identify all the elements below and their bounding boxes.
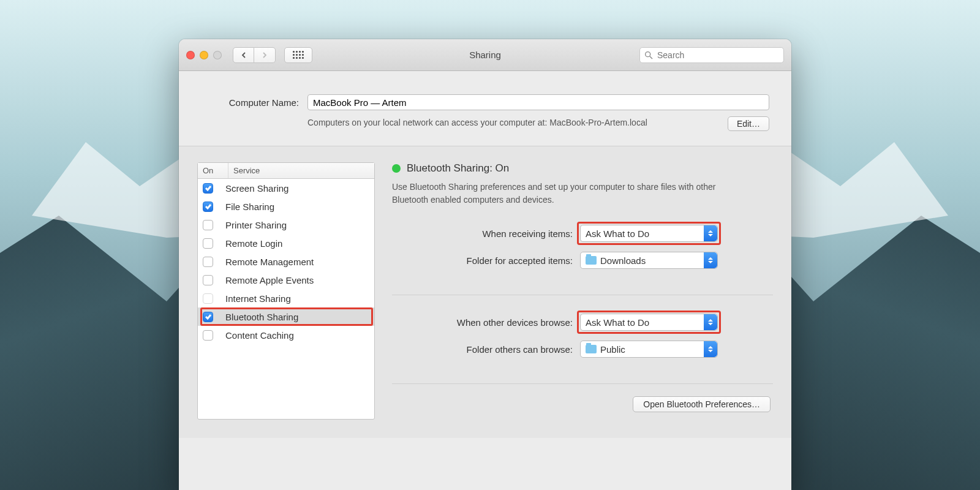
service-label: Screen Sharing xyxy=(225,183,288,194)
nav-back-forward xyxy=(233,47,276,63)
service-row[interactable]: Remote Management xyxy=(198,252,374,271)
computer-name-label: Computer Name: xyxy=(201,97,299,108)
service-label: File Sharing xyxy=(225,202,274,212)
sharing-preferences-window: Sharing Computer Name: Computers on your… xyxy=(179,39,791,490)
service-label: Remote Management xyxy=(225,257,314,267)
service-checkbox[interactable] xyxy=(203,220,213,230)
service-label: Remote Login xyxy=(225,238,282,249)
browse-folder-label: Folder others can browse: xyxy=(392,344,573,355)
service-list-header: On Service xyxy=(198,163,374,179)
traffic-lights xyxy=(186,51,222,59)
svg-point-0 xyxy=(646,51,650,56)
svg-line-1 xyxy=(650,56,652,59)
browse-folder-popup[interactable]: Public xyxy=(580,341,718,358)
browse-folder-value: Public xyxy=(600,344,625,355)
receiving-action-value: Ask What to Do xyxy=(586,228,649,239)
accepted-folder-label: Folder for accepted items: xyxy=(392,255,573,266)
grid-icon xyxy=(293,51,304,59)
search-field-wrap xyxy=(639,47,784,63)
popup-arrows-icon xyxy=(704,252,717,268)
open-bluetooth-preferences-button[interactable]: Open Bluetooth Preferences… xyxy=(633,396,771,412)
service-row[interactable]: Screen Sharing xyxy=(198,179,374,197)
service-row[interactable]: Content Caching xyxy=(198,326,374,344)
accepted-folder-popup[interactable]: Downloads xyxy=(580,252,718,269)
service-checkbox[interactable] xyxy=(203,330,213,341)
service-label: Internet Sharing xyxy=(225,293,291,304)
computer-name-description: Computers on your local network can acce… xyxy=(307,116,719,131)
status-title: Bluetooth Sharing: On xyxy=(407,162,509,175)
edit-hostname-button[interactable]: Edit… xyxy=(728,116,769,131)
minimize-window-button[interactable] xyxy=(200,51,208,59)
receiving-action-popup[interactable]: Ask What to Do xyxy=(580,225,718,242)
service-label: Printer Sharing xyxy=(225,220,287,230)
service-row[interactable]: Bluetooth Sharing xyxy=(198,307,374,326)
service-label: Bluetooth Sharing xyxy=(225,312,298,322)
service-checkbox[interactable] xyxy=(203,202,213,212)
service-detail-pane: Bluetooth Sharing: On Use Bluetooth Shar… xyxy=(392,162,773,420)
service-list: On Service Screen SharingFile SharingPri… xyxy=(197,162,375,420)
popup-arrows-icon xyxy=(704,225,717,241)
popup-arrows-icon xyxy=(704,341,717,357)
zoom-window-button[interactable] xyxy=(213,51,222,59)
service-list-rows: Screen SharingFile SharingPrinter Sharin… xyxy=(198,179,374,419)
search-input[interactable] xyxy=(639,47,784,63)
service-checkbox[interactable] xyxy=(203,183,213,194)
service-label: Remote Apple Events xyxy=(225,275,314,285)
forward-button[interactable] xyxy=(254,47,276,63)
service-checkbox[interactable] xyxy=(203,257,213,267)
back-button[interactable] xyxy=(233,47,254,63)
popup-arrows-icon xyxy=(704,314,717,330)
browse-action-popup[interactable]: Ask What to Do xyxy=(580,314,718,331)
folder-icon xyxy=(586,345,597,353)
receiving-group: When receiving items: Ask What to Do Fol… xyxy=(392,225,773,295)
show-all-prefs-button[interactable] xyxy=(284,47,312,63)
service-label: Content Caching xyxy=(225,330,294,341)
search-icon xyxy=(644,50,654,60)
service-checkbox xyxy=(203,293,213,304)
status-indicator-on-icon xyxy=(392,164,401,173)
computer-name-input[interactable] xyxy=(307,94,769,110)
service-description: Use Bluetooth Sharing preferences and se… xyxy=(392,181,747,206)
accepted-folder-value: Downloads xyxy=(600,255,646,266)
service-row[interactable]: Internet Sharing xyxy=(198,289,374,307)
service-row[interactable]: Remote Login xyxy=(198,234,374,252)
window-titlebar: Sharing xyxy=(179,39,791,71)
folder-icon xyxy=(586,256,597,265)
receiving-label: When receiving items: xyxy=(392,228,573,239)
service-checkbox[interactable] xyxy=(203,238,213,249)
header-on: On xyxy=(198,163,228,178)
browse-label: When other devices browse: xyxy=(392,317,573,328)
service-row[interactable]: File Sharing xyxy=(198,197,374,216)
computer-name-section: Computer Name: Computers on your local n… xyxy=(179,71,791,146)
header-service: Service xyxy=(228,163,374,178)
window-title: Sharing xyxy=(469,50,501,60)
close-window-button[interactable] xyxy=(186,51,195,59)
browse-group: When other devices browse: Ask What to D… xyxy=(392,314,773,384)
service-checkbox[interactable] xyxy=(203,275,213,285)
sharing-body: On Service Screen SharingFile SharingPri… xyxy=(179,146,791,438)
service-checkbox[interactable] xyxy=(203,312,213,322)
browse-action-value: Ask What to Do xyxy=(586,317,649,328)
service-row[interactable]: Printer Sharing xyxy=(198,216,374,234)
service-row[interactable]: Remote Apple Events xyxy=(198,271,374,289)
